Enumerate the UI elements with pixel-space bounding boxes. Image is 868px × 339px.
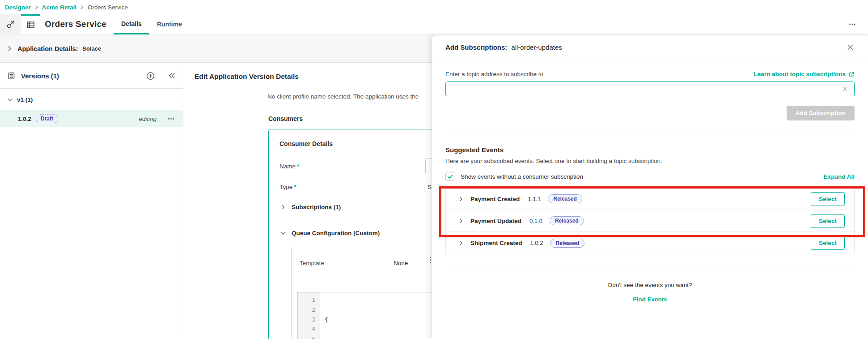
drawer-body: Enter a topic address to subscribe to Le… (432, 59, 868, 303)
consumer-card-title: Consumer Details (279, 140, 333, 147)
add-subscription-button[interactable]: Add Subscription (787, 106, 855, 120)
checkmark-icon (447, 173, 453, 180)
list-view-tab[interactable] (21, 14, 40, 34)
name-field-label: Name* (279, 163, 299, 170)
find-events-question: Don't see the events you want? (445, 282, 855, 288)
breadcrumb-acme-retail[interactable]: Acme Retail (42, 4, 76, 11)
edit-version-title: Edit Application Version Details (195, 73, 299, 81)
versions-list-icon (7, 72, 16, 80)
chevron-right-icon[interactable] (6, 45, 13, 52)
code-line-numbers: 1 2 3 4 5 (298, 292, 320, 339)
queue-configuration-section-toggle[interactable]: Queue Configuration (Custom) (280, 230, 380, 236)
client-profile-notice: No client profile name selected. The app… (267, 93, 419, 100)
chevron-right-icon (280, 204, 286, 210)
divider (445, 134, 855, 134)
collapse-panel-button[interactable] (168, 72, 176, 80)
required-marker: * (297, 163, 299, 170)
released-status-badge: Released (548, 194, 582, 203)
app-root: { "colors": { "accent_teal": "#00ad93", … (0, 0, 868, 339)
subscriptions-section-toggle[interactable]: Subscriptions (1) (280, 204, 341, 210)
type-field-label: Type* (279, 184, 296, 190)
close-icon (842, 86, 848, 92)
event-name: Shipment Created (470, 240, 522, 246)
chevron-right-icon[interactable] (458, 196, 464, 202)
released-status-badge: Released (550, 239, 584, 248)
application-details-label: Application Details: (17, 45, 78, 52)
select-event-button[interactable]: Select (811, 192, 845, 206)
version-group-label: v1 (1) (17, 96, 33, 103)
page-tab-bar: Orders Service Details Runtime (0, 14, 868, 34)
drawer-footer: Don't see the events you want? Find Even… (445, 282, 855, 303)
topology-graph-icon (6, 19, 16, 29)
add-version-button[interactable] (146, 71, 155, 81)
application-details-bar[interactable]: Application Details: Solace (0, 35, 432, 63)
find-events-link[interactable]: Find Events (633, 296, 667, 303)
version-more-menu-button[interactable] (167, 115, 175, 123)
event-name: Payment Created (470, 196, 520, 202)
event-row-payment-created: Payment Created 1.1.1 Released Select (446, 188, 854, 210)
chevron-right-icon (34, 5, 39, 10)
page-more-menu-button[interactable] (848, 20, 856, 28)
expand-all-link[interactable]: Expand All (824, 173, 855, 180)
chevron-right-icon[interactable] (458, 240, 464, 246)
tab-details[interactable]: Details (114, 14, 149, 34)
drawer-close-button[interactable] (846, 43, 855, 51)
version-group-row[interactable]: v1 (1) (0, 89, 183, 110)
breadcrumb: Designer Acme Retail Orders Service (0, 0, 868, 14)
chevron-down-icon (7, 97, 13, 103)
select-event-button[interactable]: Select (811, 236, 845, 250)
event-version: 1.1.1 (528, 196, 541, 202)
drawer-title: Add Subscriptions: (445, 43, 507, 51)
tab-runtime[interactable]: Runtime (149, 14, 190, 34)
drawer-subtitle: all-order-updates (511, 43, 562, 51)
event-row-shipment-created: Shipment Created 1.0.2 Released Select (446, 232, 854, 254)
chevron-right-icon (80, 5, 85, 10)
close-icon (846, 43, 855, 51)
show-events-checkbox-label[interactable]: Show events without a consumer subscript… (461, 173, 583, 180)
suggested-events-description: Here are your subscribed events. Select … (445, 158, 855, 164)
topic-address-label: Enter a topic address to subscribe to (445, 71, 543, 77)
clear-input-button[interactable] (836, 86, 854, 92)
drawer-resize-handle[interactable] (430, 257, 431, 263)
select-event-button[interactable]: Select (811, 214, 845, 228)
event-name: Payment Updated (470, 218, 521, 224)
topic-address-input-wrap (445, 82, 855, 96)
event-version: 1.0.2 (530, 240, 543, 246)
code-content[interactable]: { "accessType": "exclusive", "maxMsgSpoo… (320, 292, 423, 339)
external-link-icon (848, 71, 855, 77)
versions-panel-title: Versions (1) (21, 72, 59, 80)
code-line: { (325, 315, 423, 325)
template-value: None (394, 260, 408, 266)
kebab-icon (848, 20, 856, 28)
released-status-badge: Released (550, 216, 584, 225)
learn-topic-subscriptions-link[interactable]: Learn about topic subscriptions (754, 71, 855, 77)
drawer-header: Add Subscriptions: all-order-updates (432, 35, 868, 59)
version-number: 1.0.2 (18, 116, 31, 122)
page-title: Orders Service (45, 19, 106, 29)
chevron-down-icon (280, 230, 286, 236)
event-version: 0.1.0 (529, 218, 542, 224)
detail-tabs: Details Runtime (114, 14, 190, 34)
draft-status-badge: Draft (36, 114, 58, 123)
add-subscriptions-drawer: Add Subscriptions: all-order-updates Ent… (432, 35, 868, 339)
application-details-value: Solace (82, 45, 101, 52)
event-row-payment-updated: Payment Updated 0.1.0 Released Select (446, 210, 854, 232)
required-marker: * (294, 184, 296, 190)
version-row-selected[interactable]: 1.0.2 Draft editing (0, 110, 183, 127)
table-grid-icon (26, 20, 35, 30)
template-label: Template (300, 260, 324, 266)
breadcrumb-current: Orders Service (88, 4, 128, 11)
suggested-events-list: Payment Created 1.1.1 Released Select Pa… (445, 188, 855, 254)
versions-panel: Versions (1) v1 (1) 1.0.2 Draft editing (0, 63, 183, 339)
versions-panel-header: Versions (1) (0, 63, 183, 89)
divider (445, 267, 855, 267)
chevron-right-icon[interactable] (458, 218, 464, 224)
topic-address-input[interactable] (446, 82, 836, 96)
graph-view-tab[interactable] (0, 14, 21, 34)
suggested-events-title: Suggested Events (445, 146, 855, 154)
consumers-section-label: Consumers (268, 115, 303, 122)
editing-status-text: editing (139, 116, 157, 122)
show-events-checkbox[interactable] (445, 172, 454, 181)
breadcrumb-designer[interactable]: Designer (5, 4, 31, 11)
